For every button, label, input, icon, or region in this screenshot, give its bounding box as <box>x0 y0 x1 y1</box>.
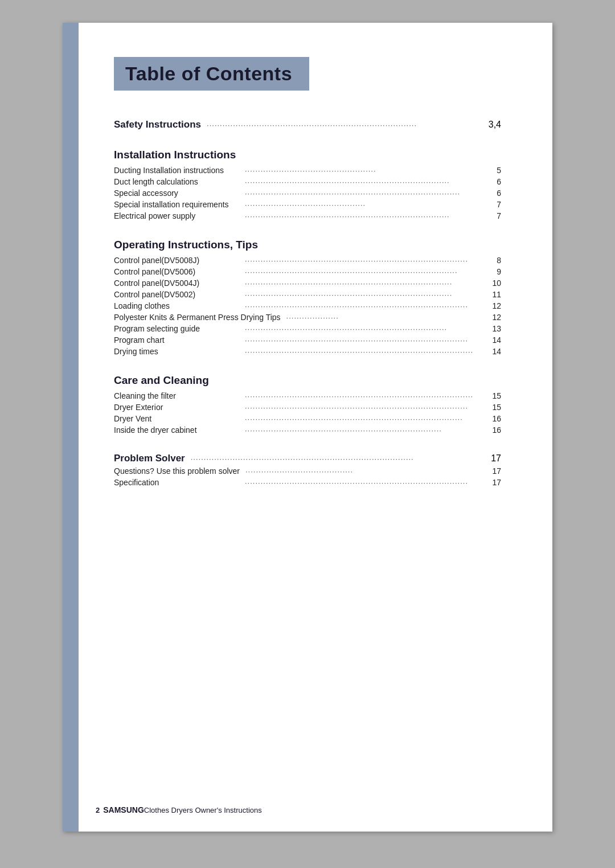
operating-section: Operating Instructions, Tips Control pan… <box>114 239 501 356</box>
installation-header: Installation Instructions <box>114 149 501 161</box>
entry-label: Cleaning the filter <box>114 391 239 400</box>
entry-dots: ········································… <box>245 467 484 476</box>
toc-entry: Cleaning the filter ····················… <box>114 391 501 400</box>
problem-section: Problem Solver ·························… <box>114 453 501 487</box>
entry-label: Control panel(DV5002) <box>114 290 239 299</box>
entry-page: 7 <box>487 211 501 220</box>
toc-entry: Ducting Installation instructions ······… <box>114 166 501 175</box>
toc-entry: Program chart ··························… <box>114 335 501 345</box>
entry-label: Polyester Knits & Permanent Press Drying… <box>114 313 281 322</box>
toc-entry: Control panel(DV5008J) ·················… <box>114 256 501 265</box>
entry-page: 7 <box>487 200 501 209</box>
entry-dots: ········································… <box>245 426 484 435</box>
entry-page: 12 <box>487 301 501 310</box>
entry-page: 15 <box>487 391 501 400</box>
entry-label: Dryer Vent <box>114 414 239 423</box>
problem-page: 17 <box>491 453 501 464</box>
toc-entry: Electrical power supply ················… <box>114 211 501 220</box>
toc-entry: Inside the dryer cabinet ···············… <box>114 425 501 435</box>
toc-entry: Duct length calculations ···············… <box>114 177 501 186</box>
entry-dots: ········································… <box>245 189 484 198</box>
entry-page: 12 <box>487 313 501 322</box>
entry-dots: ········································… <box>245 200 484 209</box>
entry-label: Dryer Exterior <box>114 403 239 412</box>
toc-entry: Special accessory ······················… <box>114 189 501 198</box>
toc-entry: Polyester Knits & Permanent Press Drying… <box>114 313 501 322</box>
footer-page-number: 2 <box>96 806 100 814</box>
entry-label: Drying times <box>114 347 239 356</box>
toc-entry: Specification ··························… <box>114 478 501 487</box>
entry-label: Loading clothes <box>114 301 239 310</box>
entry-page: 10 <box>487 279 501 288</box>
entry-dots: ········································… <box>245 290 484 299</box>
left-accent-bar <box>63 23 79 832</box>
toc-entry: Control panel(DV5004J) ·················… <box>114 279 501 288</box>
toc-entry: Control panel(DV5006) ··················… <box>114 267 501 276</box>
entry-label: Inside the dryer cabinet <box>114 425 239 435</box>
entry-page: 5 <box>487 166 501 175</box>
entry-page: 6 <box>487 189 501 198</box>
entry-label: Special accessory <box>114 189 239 198</box>
entry-dots: ········································… <box>245 302 484 310</box>
entry-page: 6 <box>487 177 501 186</box>
entry-label: Ducting Installation instructions <box>114 166 239 175</box>
entry-label: Electrical power supply <box>114 211 239 220</box>
toc-entry: Dryer Exterior ·························… <box>114 403 501 412</box>
entry-label: Duct length calculations <box>114 177 239 186</box>
entry-label: Questions? Use this problem solver <box>114 466 240 476</box>
entry-label: Control panel(DV5006) <box>114 267 239 276</box>
entry-dots: ········································… <box>245 392 484 400</box>
entry-page: 11 <box>487 290 501 299</box>
entry-label: Specification <box>114 478 239 487</box>
entry-label: Special installation requirements <box>114 200 239 209</box>
entry-page: 17 <box>487 466 501 476</box>
footer: 2 SAMSUNGClothes Dryers Owner's Instruct… <box>79 805 552 814</box>
entry-label: Control panel(DV5004J) <box>114 279 239 288</box>
entry-page: 13 <box>487 324 501 333</box>
entry-page: 15 <box>487 403 501 412</box>
entry-dots: ········································… <box>245 268 484 276</box>
entry-dots: ········································… <box>245 256 484 265</box>
entry-page: 16 <box>487 414 501 423</box>
safety-label: Safety Instructions <box>114 119 201 130</box>
entry-dots: ········································… <box>245 279 484 288</box>
footer-description: Clothes Dryers Owner's Instructions <box>144 806 262 814</box>
toc-entry: Special installation requirements ······… <box>114 200 501 209</box>
entry-page: 14 <box>487 335 501 345</box>
entry-dots: ········································… <box>245 178 484 186</box>
entry-page: 8 <box>487 256 501 265</box>
toc-entry: Questions? Use this problem solver ·····… <box>114 466 501 476</box>
title-block: Table of Contents <box>114 57 309 91</box>
entry-page: 9 <box>487 267 501 276</box>
entry-label: Program chart <box>114 335 239 345</box>
safety-row: Safety Instructions ····················… <box>114 119 501 130</box>
entry-dots: ········································… <box>245 325 484 333</box>
toc-entry: Drying times ···························… <box>114 347 501 356</box>
page-title: Table of Contents <box>125 63 292 85</box>
toc-entry: Loading clothes ························… <box>114 301 501 310</box>
toc-entry: Dryer Vent ·····························… <box>114 414 501 423</box>
operating-header: Operating Instructions, Tips <box>114 239 501 251</box>
toc-entry: Program selecting guide ················… <box>114 324 501 333</box>
entry-dots: ···················· <box>286 313 484 322</box>
entry-page: 17 <box>487 478 501 487</box>
problem-header-row: Problem Solver ·························… <box>114 453 501 464</box>
care-section: Care and Cleaning Cleaning the filter ··… <box>114 374 501 435</box>
footer-brand-text: SAMSUNGClothes Dryers Owner's Instructio… <box>103 805 262 814</box>
entry-dots: ········································… <box>245 478 484 487</box>
problem-header: Problem Solver <box>114 453 185 464</box>
toc-entry: Control panel(DV5002) ··················… <box>114 290 501 299</box>
entry-dots: ········································… <box>245 347 484 356</box>
safety-dots: ········································… <box>207 121 485 129</box>
care-header: Care and Cleaning <box>114 374 501 387</box>
entry-dots: ········································… <box>245 403 484 412</box>
entry-dots: ········································… <box>245 166 484 175</box>
installation-section: Installation Instructions Ducting Instal… <box>114 149 501 220</box>
entry-label: Control panel(DV5008J) <box>114 256 239 265</box>
entry-dots: ········································… <box>245 212 484 220</box>
problem-dots: ········································… <box>191 455 487 463</box>
entry-dots: ········································… <box>245 336 484 345</box>
safety-page: 3,4 <box>489 120 501 130</box>
entry-label: Program selecting guide <box>114 324 239 333</box>
brand-name: SAMSUNG <box>103 805 144 814</box>
